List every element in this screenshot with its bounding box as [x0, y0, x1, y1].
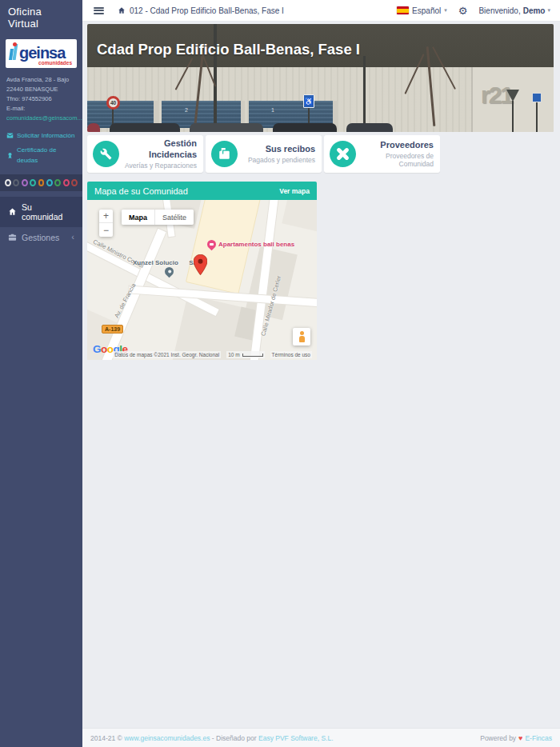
map-data-credit: Datos de mapas ©2021 Inst. Geogr. Nacion…: [113, 351, 221, 358]
parked-car: [273, 123, 337, 132]
map-type-satellite-button[interactable]: Satélite: [154, 210, 194, 225]
copyright-text: 2014-21 ©: [90, 734, 122, 742]
parked-car: [190, 123, 263, 132]
road-badge: A-139: [102, 325, 123, 334]
software-vendor-link[interactable]: Easy PVF Software, S.L.: [258, 734, 334, 742]
door-number: 2: [185, 107, 188, 113]
request-info-label: Solicitar Información: [17, 130, 74, 142]
lodging-pin-icon: [206, 238, 218, 251]
zoom-out-button[interactable]: −: [99, 223, 113, 237]
card-title: Sus recibos: [238, 144, 315, 155]
sidebar-item-label: Su comunidad: [22, 202, 74, 222]
theme-color-swatch[interactable]: [46, 179, 53, 186]
card-title: Proveedores: [356, 140, 434, 151]
breadcrumb[interactable]: 012 - Cdad Prop Edificio Ball-Benas, Fas…: [118, 6, 284, 15]
map-type-control: Mapa Satélite: [122, 210, 194, 225]
zoom-in-button[interactable]: +: [99, 210, 113, 223]
sign-post: [536, 102, 538, 132]
community-location-marker[interactable]: [194, 254, 207, 276]
door-number: 1: [271, 107, 274, 113]
google-map[interactable]: Calle Ministro Cornel Av. de Francia Cal…: [87, 200, 317, 360]
briefcase-icon: [8, 233, 17, 242]
sidebar-quick-links: Solicitar Información Certificado de deu…: [0, 129, 82, 168]
sidebar-menu: Su comunidad Gestiones ‹: [0, 197, 82, 248]
poi-apartments-label: Apartamentos ball benas: [218, 241, 294, 248]
map-type-map-button[interactable]: Mapa: [122, 210, 154, 225]
card-sus-recibos[interactable]: Sus recibos Pagados y pendientes: [206, 135, 322, 173]
topbar: 012 - Cdad Prop Edificio Ball-Benas, Fas…: [82, 0, 560, 22]
spain-flag-icon: [397, 6, 409, 14]
request-info-link[interactable]: Solicitar Información: [0, 129, 82, 143]
card-subtitle: Averías y Reparaciones: [119, 162, 197, 170]
card-gestion-incidencias[interactable]: Gestión Incidencias Averías y Reparacion…: [87, 135, 203, 173]
app-window: Oficina Virtual geinsa comunidades Avda …: [0, 0, 560, 747]
heart-icon: ♥: [518, 734, 522, 742]
company-email-link[interactable]: comunidades@geinsacom...: [0, 114, 82, 123]
map-panel-title: Mapa de su Comunidad: [94, 186, 188, 196]
address-line: Tfno: 974552906: [6, 94, 76, 104]
theme-color-picker: [0, 174, 82, 191]
language-selector[interactable]: Español ▾: [397, 6, 447, 15]
card-proveedores[interactable]: Proveedores Proveedores de Comunidad: [324, 135, 440, 173]
map-scale: 10 m: [226, 351, 264, 358]
sign-post: [363, 56, 366, 132]
company-address: Avda Francia, 28 - Bajo 22440 BENASQUE T…: [0, 74, 82, 114]
wrench-icon: [93, 141, 119, 167]
efincas-link[interactable]: E-Fincas: [525, 734, 552, 742]
sidebar-item-gestiones[interactable]: Gestiones ‹: [0, 227, 82, 248]
sidebar-item-su-comunidad[interactable]: Su comunidad: [0, 197, 82, 227]
crossed-tools-icon: [330, 141, 356, 167]
sidebar-toggle-button[interactable]: [94, 7, 104, 14]
parked-car: [110, 123, 180, 132]
company-logo: geinsa comunidades: [6, 39, 77, 68]
street-view-pegman-button[interactable]: [293, 328, 310, 346]
address-line: Avda Francia, 28 - Bajo: [6, 75, 76, 85]
poi-business-label: Xunzel Solucio S.L: [133, 259, 199, 266]
map-panel-header: Mapa de su Comunidad Ver mapa: [87, 182, 317, 200]
map-attribution: Datos de mapas ©2021 Inst. Geogr. Nacion…: [87, 351, 317, 358]
envelope-icon: [6, 132, 14, 139]
user-menu[interactable]: Bienvenido, Demo ▾: [478, 6, 550, 15]
theme-color-swatch[interactable]: [13, 179, 19, 186]
community-hero-photo: r21 2 1 40 ♿: [87, 24, 554, 132]
speed-limit-sign: 40: [106, 96, 120, 110]
debt-certificate-label: Certificado de deudas: [17, 145, 76, 166]
mailbox-icon: [211, 141, 238, 167]
content-area: r21 2 1 40 ♿: [82, 22, 560, 728]
topbar-right: Español ▾ ⚙ Bienvenido, Demo ▾: [397, 6, 550, 16]
yield-sign-back: [506, 90, 519, 102]
logo-building-icon: [10, 42, 18, 60]
breadcrumb-label: 012 - Cdad Prop Edificio Ball-Benas, Fas…: [130, 6, 284, 15]
terms-of-use-link[interactable]: Términos de uso: [270, 351, 312, 358]
site-link[interactable]: www.geinsacomunidades.es: [124, 734, 210, 742]
card-title: Gestión Incidencias: [119, 138, 197, 161]
username: Demo: [523, 6, 546, 15]
debt-certificate-link[interactable]: Certificado de deudas: [0, 143, 82, 168]
app-title: Oficina Virtual: [0, 0, 82, 34]
map-building: [282, 200, 317, 234]
address-line: E-mail:: [6, 104, 76, 114]
chevron-left-icon: ‹: [71, 233, 74, 242]
theme-color-swatch[interactable]: [54, 179, 61, 186]
settings-gear-icon[interactable]: ⚙: [458, 6, 468, 16]
powered-by-text: Powered by: [480, 734, 516, 742]
theme-color-swatch[interactable]: [5, 179, 11, 186]
community-title: Cdad Prop Edificio Ball-Benas, Fase I: [97, 41, 360, 58]
designed-by-text: - Diseñado por: [212, 734, 257, 742]
ver-mapa-link[interactable]: Ver mapa: [279, 187, 310, 195]
theme-color-swatch[interactable]: [30, 179, 36, 186]
theme-color-swatch[interactable]: [63, 179, 70, 186]
crosswalk-sign: [532, 93, 542, 102]
home-icon: [118, 6, 126, 14]
theme-color-swatch[interactable]: [71, 179, 78, 186]
address-line: 22440 BENASQUE: [6, 85, 76, 94]
chevron-down-icon: ▾: [444, 7, 447, 14]
theme-color-swatch[interactable]: [22, 179, 28, 186]
theme-color-swatch[interactable]: [38, 179, 45, 186]
business-pin-icon[interactable]: [163, 266, 176, 278]
logo-name: geinsa: [19, 46, 65, 60]
poi-apartments[interactable]: Apartamentos ball benas: [207, 240, 294, 249]
language-label: Español: [412, 6, 441, 15]
welcome-label: Bienvenido,: [478, 6, 520, 15]
handicap-parking-sign: ♿: [303, 94, 314, 108]
